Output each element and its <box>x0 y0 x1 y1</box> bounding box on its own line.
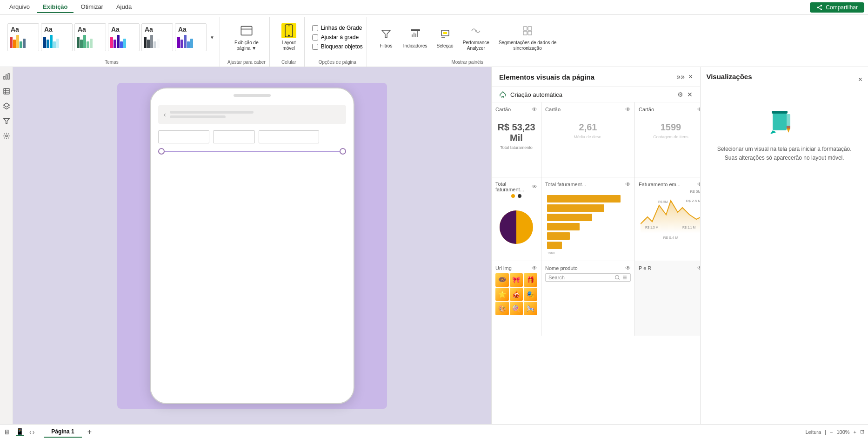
sticker-7: 🎨 <box>495 302 509 315</box>
card-1-eye[interactable]: 👁 <box>532 106 537 113</box>
theme-4[interactable]: Aa <box>108 23 140 51</box>
mobile-control-2[interactable] <box>213 130 255 143</box>
per-eye[interactable]: 👁 <box>697 265 701 271</box>
left-chart-icon[interactable] <box>1 71 12 82</box>
viz-pencil-icon <box>768 102 801 135</box>
mobile-control-1[interactable] <box>158 130 209 143</box>
search-box[interactable] <box>545 273 631 282</box>
ajustar-grade-check[interactable]: Ajustar à grade <box>312 34 363 41</box>
selecao-icon <box>438 27 453 41</box>
selecao-btn[interactable]: Seleção <box>433 25 457 50</box>
top-bar: Arquivo Exibição Otimizar Ajuda Comparti… <box>0 0 868 15</box>
segmentacoes-btn[interactable]: Segmentações de dados desincronização <box>495 21 561 53</box>
zoom-in-icon[interactable]: + <box>854 429 856 435</box>
area-chart-label-2: R$ 2.5 M <box>686 199 701 203</box>
area-card-eye[interactable]: 👁 <box>697 181 701 188</box>
theme-6[interactable]: Aa <box>175 23 207 51</box>
card-3-eye[interactable]: 👁 <box>697 106 701 113</box>
status-view-label: Leitura <box>805 429 821 435</box>
bar-card-header: Total faturament... 👁 <box>545 181 631 188</box>
card-2-eye[interactable]: 👁 <box>625 106 631 113</box>
left-layers-icon[interactable] <box>1 101 12 112</box>
menu-arquivo[interactable]: Arquivo <box>4 1 35 13</box>
per-header: P e R 👁 <box>639 265 701 271</box>
mobile-control-3[interactable] <box>259 130 319 143</box>
viz-message: Selecionar um visual na tela para inicia… <box>706 145 862 162</box>
left-filter-icon[interactable] <box>1 115 12 127</box>
visual-card-nome-produto[interactable]: Nome produto 👁 <box>541 261 634 336</box>
menu-otimizar[interactable]: Otimizar <box>75 1 109 13</box>
filtros-btn[interactable]: Filtros <box>374 25 398 50</box>
area-card-header: Faturamento em... 👁 <box>639 181 701 188</box>
exibicao-pagina-btn[interactable]: Exibição depágina ▼ <box>231 21 262 53</box>
fit-icon[interactable]: ⊡ <box>860 429 864 435</box>
zoom-out-icon[interactable]: − <box>830 429 833 435</box>
sticker-3: 🎁 <box>524 273 537 287</box>
page-next-icon[interactable]: › <box>33 428 35 436</box>
clear-icon[interactable]: ✕ <box>687 91 693 98</box>
pie-card-eye[interactable]: 👁 <box>532 183 537 190</box>
linhas-grade-label: Linhas de Grade <box>321 25 362 31</box>
card-3-value: 1599 Contagem de itens <box>639 122 701 139</box>
performance-btn[interactable]: PerformanceAnalyzer <box>459 21 493 53</box>
linhas-grade-input[interactable] <box>312 25 318 31</box>
bar-card-eye[interactable]: 👁 <box>625 181 631 188</box>
theme-2[interactable]: Aa <box>41 23 73 51</box>
mobile-notch <box>234 94 271 97</box>
page-tabs: Página 1 <box>44 426 81 438</box>
bloquear-objetos-check[interactable]: Bloquear objetos <box>312 43 363 50</box>
left-table-icon[interactable] <box>1 86 12 97</box>
close-panel-icon[interactable]: × <box>688 73 693 81</box>
left-settings-icon[interactable] <box>1 130 12 142</box>
paineis-content: Filtros Indicadores <box>374 17 561 58</box>
area-chart-label-1: R$ 5M <box>690 189 701 194</box>
page-prev-icon[interactable]: ‹ <box>29 428 32 436</box>
area-val-1: R$ 5M <box>658 200 668 203</box>
visual-card-1[interactable]: Cartão 👁 R$ 53,23Mil Total faturamento <box>492 102 541 177</box>
slider-dot-left[interactable] <box>158 148 165 155</box>
menu-ajuda[interactable]: Ajuda <box>111 1 137 13</box>
visual-card-per[interactable]: P e R 👁 <box>635 261 701 336</box>
slider-dot-right[interactable] <box>340 148 346 155</box>
themes-dropdown[interactable]: ▼ <box>208 23 216 51</box>
card-3-header: Cartão 👁 <box>639 106 701 113</box>
filtros-label: Filtros <box>380 43 392 48</box>
settings-sliders-icon[interactable]: ⚙ <box>677 91 683 98</box>
indicadores-btn[interactable]: Indicadores <box>400 25 431 50</box>
mobile-back-icon[interactable]: ‹ <box>164 111 166 118</box>
menu-exibicao[interactable]: Exibição <box>37 1 73 13</box>
slider-track <box>158 151 346 152</box>
add-page-icon[interactable]: + <box>87 428 92 436</box>
search-settings-icon[interactable] <box>622 275 628 280</box>
sticker-1: 🍩 <box>495 273 509 287</box>
expand-icon[interactable]: »» <box>676 73 685 81</box>
mobile-view-icon[interactable]: 📱 <box>16 428 24 436</box>
visual-card-bar[interactable]: Total faturament... 👁 To <box>541 177 634 261</box>
panel-header-icons: »» × <box>676 73 693 81</box>
page-tab-1[interactable]: Página 1 <box>44 426 81 438</box>
ribbon-group-paineis: Filtros Indicadores <box>371 17 565 67</box>
mobile-slider[interactable] <box>158 151 346 152</box>
layout-movel-btn[interactable]: Layoutmóvel <box>277 21 300 53</box>
visual-card-area[interactable]: Faturamento em... 👁 R$ 5M R$ 2.5 M <box>635 177 701 261</box>
theme-5[interactable]: Aa <box>141 23 173 51</box>
url-img-header: Url img 👁 <box>495 265 537 271</box>
url-img-eye[interactable]: 👁 <box>532 265 537 271</box>
ribbon-group-celular: Layoutmóvel Celular <box>274 17 305 67</box>
search-input[interactable] <box>548 275 613 280</box>
linhas-grade-check[interactable]: Linhas de Grade <box>312 25 363 31</box>
theme-1[interactable]: Aa <box>7 23 39 51</box>
nome-produto-eye[interactable]: 👁 <box>625 265 631 271</box>
share-button[interactable]: Compartilhar <box>810 2 864 13</box>
visual-card-url-img[interactable]: Url img 👁 🍩 🎀 🎁 ⭐ 🎪 🎭 🎨 🍭 🎠 <box>492 261 541 336</box>
ajustar-grade-input[interactable] <box>312 34 318 41</box>
bloquear-objetos-input[interactable] <box>312 44 318 50</box>
visual-card-3[interactable]: Cartão 👁 1599 Contagem de itens <box>635 102 701 177</box>
theme-3[interactable]: Aa <box>74 23 106 51</box>
svg-rect-18 <box>4 88 9 94</box>
viz-close-icon[interactable]: × <box>858 75 862 84</box>
visual-card-2[interactable]: Cartão 👁 2,61 Média de desc. <box>541 102 634 177</box>
svg-line-27 <box>618 278 619 279</box>
desktop-view-icon[interactable]: 🖥 <box>4 428 10 436</box>
visual-card-pie[interactable]: Total faturament... 👁 <box>492 177 541 261</box>
